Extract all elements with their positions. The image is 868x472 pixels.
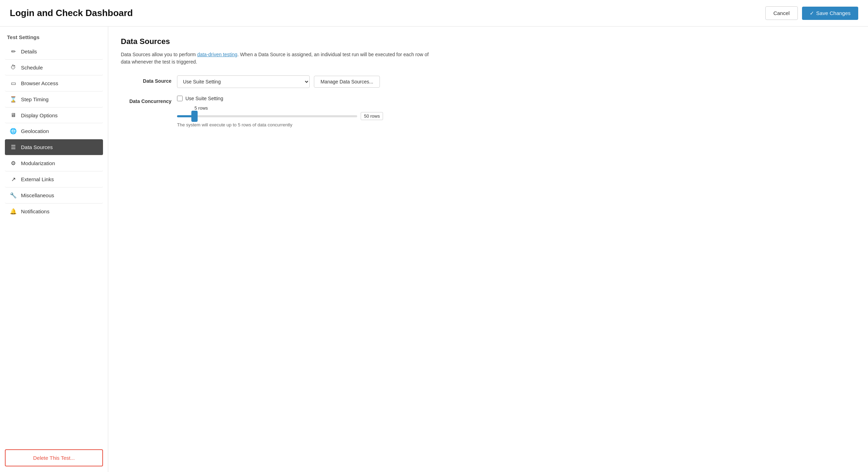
sidebar-item-display-options[interactable]: 🖥 Display Options [5,108,103,123]
sidebar-item-label: Step Timing [21,96,49,102]
data-driven-testing-link[interactable]: data-driven testing [197,52,237,57]
sidebar-item-browser-access[interactable]: ▭ Browser Access [5,75,103,91]
sidebar-item-label: Details [21,49,37,54]
wrench-icon: 🔧 [10,192,17,199]
sidebar-item-label: Geolocation [21,128,49,134]
concurrency-slider[interactable] [177,115,357,117]
sidebar-item-label: Miscellaneous [21,192,54,198]
main-layout: Test Settings ✏ Details ⏱ Schedule ▭ Bro… [0,27,868,472]
header-actions: Cancel ✓ Save Changes [765,6,858,20]
sidebar-title: Test Settings [5,34,103,40]
delete-test-button[interactable]: Delete This Test... [5,449,103,466]
slider-container: 5 rows 50 rows The system will execute u… [177,105,383,127]
sidebar-item-geolocation[interactable]: 🌐 Geolocation [5,123,103,139]
sidebar-item-step-timing[interactable]: ⌛ Step Timing [5,91,103,108]
display-icon: 🖥 [10,112,17,118]
section-title: Data Sources [121,37,855,46]
data-concurrency-row: Data Concurrency Use Suite Setting 5 row… [121,96,855,127]
main-content: Data Sources Data Sources allow you to p… [108,27,868,472]
globe-icon: 🌐 [10,128,17,134]
desc-pre: Data Sources allow you to perform [121,52,197,57]
cancel-button[interactable]: Cancel [765,6,798,20]
use-suite-setting-row: Use Suite Setting [177,96,383,101]
sidebar-item-miscellaneous[interactable]: 🔧 Miscellaneous [5,187,103,204]
concurrency-controls: Use Suite Setting 5 rows 50 rows The sys… [177,96,383,127]
sidebar-item-label: Schedule [21,65,43,71]
sidebar-nav: ✏ Details ⏱ Schedule ▭ Browser Access ⌛ … [5,44,103,443]
slider-max-label: 50 rows [361,112,383,120]
hourglass-icon: ⌛ [10,96,17,103]
data-source-select[interactable]: Use Suite Setting None Custom [177,75,310,88]
data-source-label: Data Source [121,75,171,84]
save-button-label: Save Changes [816,10,851,16]
monitor-icon: ▭ [10,80,17,87]
sidebar-item-external-links[interactable]: ↗ External Links [5,171,103,187]
sidebar-item-label: Modularization [21,160,55,166]
data-source-controls: Use Suite Setting None Custom Manage Dat… [177,75,855,88]
sidebar-item-schedule[interactable]: ⏱ Schedule [5,60,103,75]
slider-current-value: 5 rows [194,105,208,111]
sidebar: Test Settings ✏ Details ⏱ Schedule ▭ Bro… [0,27,108,472]
bell-icon: 🔔 [10,208,17,215]
manage-data-sources-button[interactable]: Manage Data Sources... [314,76,380,88]
sidebar-item-modularization[interactable]: ⚙ Modularization [5,155,103,171]
sidebar-item-notifications[interactable]: 🔔 Notifications [5,204,103,219]
sidebar-item-label: Browser Access [21,80,58,86]
database-icon: ☰ [10,144,17,150]
sidebar-item-label: Data Sources [21,144,53,150]
save-check-icon: ✓ [810,10,814,16]
clock-icon: ⏱ [10,64,17,71]
use-suite-setting-checkbox[interactable] [177,96,183,101]
sidebar-item-label: Notifications [21,208,50,214]
use-suite-setting-label[interactable]: Use Suite Setting [185,96,223,101]
gear-icon: ⚙ [10,160,17,167]
header: Login and Check Dashboard Cancel ✓ Save … [0,0,868,27]
slider-hint: The system will execute up to 5 rows of … [177,122,383,127]
data-concurrency-label: Data Concurrency [121,96,171,104]
section-description: Data Sources allow you to perform data-d… [121,51,435,66]
slider-label-row: 5 rows [177,105,383,111]
slider-row: 50 rows [177,112,383,120]
pencil-icon: ✏ [10,48,17,55]
data-source-row: Data Source Use Suite Setting None Custo… [121,75,855,88]
save-button[interactable]: ✓ Save Changes [802,7,858,20]
sidebar-item-label: Display Options [21,112,58,118]
page-title: Login and Check Dashboard [10,8,133,19]
sidebar-item-details[interactable]: ✏ Details [5,44,103,60]
external-link-icon: ↗ [10,176,17,183]
sidebar-item-data-sources[interactable]: ☰ Data Sources [5,139,103,155]
sidebar-item-label: External Links [21,176,54,182]
